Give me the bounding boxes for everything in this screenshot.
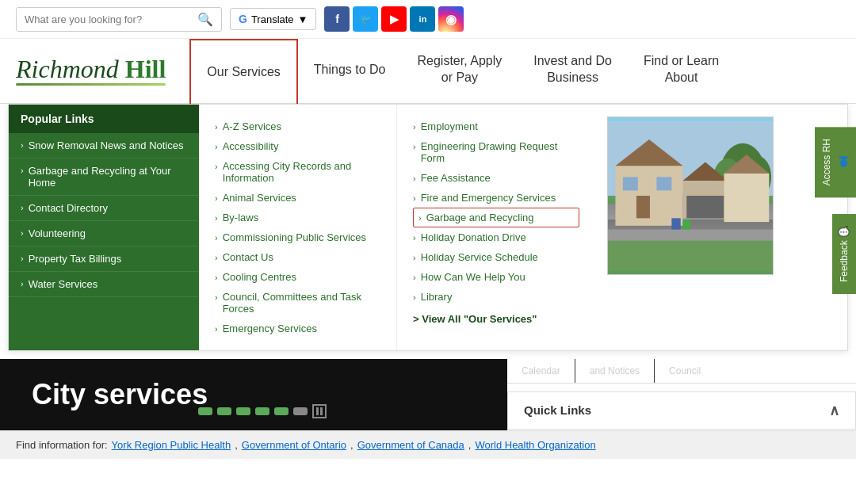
svg-rect-17 [683, 220, 690, 229]
footer-link-who[interactable]: World Health Organization [475, 439, 595, 451]
popular-link-garbage[interactable]: › Garbage and Recycling at Your Home [9, 158, 199, 196]
access-rh-tab[interactable]: Access RH 👤 [815, 127, 856, 197]
service-library[interactable]: ›Library [413, 287, 579, 307]
services-column-1: ›A-Z Services ›Accessibility ›Accessing … [199, 105, 397, 350]
arrow-icon: › [413, 233, 416, 242]
service-city-records[interactable]: ›Accessing City Records and Information [215, 156, 380, 188]
service-how-can-help[interactable]: ›How Can We Help You [413, 267, 579, 287]
popular-link-snow-removal[interactable]: › Snow Removal News and Notices [9, 133, 199, 158]
arrow-icon: › [21, 166, 24, 175]
arrow-icon: › [215, 122, 218, 132]
arrow-icon: › [215, 162, 218, 171]
arrow-icon: › [21, 254, 24, 263]
service-az[interactable]: ›A-Z Services [215, 116, 380, 136]
service-holiday-donation[interactable]: ›Holiday Donation Drive [413, 227, 579, 247]
service-employment[interactable]: ›Employment [413, 116, 579, 136]
popular-link-label: Volunteering [29, 227, 86, 239]
view-all-link[interactable]: > View All "Our Services" [413, 307, 579, 331]
arrow-icon: › [413, 292, 416, 302]
logo-hill: Hill [125, 55, 166, 83]
tab-bar: Calendar and Notices Council [507, 359, 856, 384]
right-panel: Calendar and Notices Council Quick Links… [507, 359, 856, 430]
svg-rect-15 [608, 240, 773, 270]
service-contact-us[interactable]: ›Contact Us [215, 247, 380, 267]
feedback-tab[interactable]: Feedback 💬 [832, 214, 856, 294]
nav-invest[interactable]: Invest and DoBusiness [518, 39, 628, 103]
facebook-icon[interactable]: f [324, 6, 350, 32]
carousel-dots [198, 404, 327, 418]
carousel-dot-3[interactable] [236, 407, 250, 415]
arrow-icon: › [215, 213, 218, 223]
svg-rect-6 [623, 177, 638, 190]
arrow-icon: › [215, 233, 218, 242]
arrow-icon: › [21, 279, 24, 288]
service-accessibility[interactable]: ›Accessibility [215, 136, 380, 156]
footer-link-canada[interactable]: Government of Canada [357, 439, 464, 451]
popular-link-property-tax[interactable]: › Property Tax Billings [9, 246, 199, 272]
tab-council[interactable]: Council [655, 359, 715, 383]
arrow-icon: › [21, 228, 24, 238]
header-nav: Richmond Hill Our Services Things to Do … [0, 39, 856, 104]
search-box[interactable]: 🔍 [16, 7, 222, 32]
popular-links-column: Popular Links › Snow Removal News and No… [9, 105, 199, 350]
tab-calendar[interactable]: Calendar [507, 359, 575, 383]
search-area: 🔍 G Translate ▼ f 🐦 ▶ in ◉ [16, 6, 464, 32]
logo-area[interactable]: Richmond Hill [16, 39, 189, 103]
carousel-dot-5[interactable] [274, 407, 289, 415]
arrow-icon: › [413, 253, 416, 262]
house-image-panel [595, 105, 785, 350]
service-commissioning[interactable]: ›Commissioning Public Services [215, 227, 380, 247]
arrow-icon: › [413, 193, 416, 203]
feedback-label: Feedback [839, 240, 850, 282]
service-fee-assistance[interactable]: ›Fee Assistance [413, 168, 579, 188]
pause-button[interactable] [312, 404, 327, 418]
instagram-icon[interactable]: ◉ [438, 6, 464, 32]
carousel-dot-2[interactable] [217, 407, 231, 415]
footer-link-ontario[interactable]: Government of Ontario [242, 439, 346, 451]
popular-link-water-services[interactable]: › Water Services [9, 272, 199, 297]
quick-links-header[interactable]: Quick Links ∧ [507, 391, 856, 430]
translate-button[interactable]: G Translate ▼ [230, 8, 316, 30]
service-council[interactable]: ›Council, Committees and Task Forces [215, 287, 380, 319]
popular-link-label: Contact Directory [29, 202, 108, 214]
svg-rect-12 [724, 173, 770, 221]
twitter-icon[interactable]: 🐦 [353, 6, 378, 32]
service-cooling[interactable]: ›Cooling Centres [215, 267, 380, 287]
house-svg [608, 117, 773, 274]
service-bylaws[interactable]: ›By-laws [215, 208, 380, 227]
tab-notices[interactable]: and Notices [575, 359, 655, 383]
find-info-label: Find information for: [16, 439, 108, 451]
carousel-dot-1[interactable] [198, 407, 212, 415]
nav-register[interactable]: Register, Applyor Pay [402, 39, 518, 103]
main-nav: Our Services Things to Do Register, Appl… [189, 39, 735, 103]
translate-chevron: ▼ [298, 13, 308, 25]
nav-our-services[interactable]: Our Services [189, 39, 297, 104]
svg-rect-8 [636, 196, 650, 218]
popular-link-contact-directory[interactable]: › Contact Directory [9, 196, 199, 221]
arrow-icon: › [21, 140, 24, 150]
arrow-icon: › [215, 142, 218, 151]
service-engineering-drawing[interactable]: ›Engineering Drawing Request Form [413, 136, 579, 168]
carousel-dot-4[interactable] [255, 407, 269, 415]
youtube-icon[interactable]: ▶ [381, 6, 407, 32]
arrow-icon: › [215, 292, 218, 302]
footer-bar: Find information for: York Region Public… [0, 430, 856, 459]
service-animal[interactable]: ›Animal Services [215, 188, 380, 208]
search-input[interactable] [25, 13, 197, 25]
popular-link-volunteering[interactable]: › Volunteering [9, 221, 199, 246]
arrow-icon: › [215, 253, 218, 262]
search-button[interactable]: 🔍 [197, 12, 213, 27]
translate-label: Translate [251, 13, 294, 25]
service-fire-emergency[interactable]: ›Fire and Emergency Services [413, 188, 579, 208]
carousel-dot-6[interactable] [293, 407, 308, 415]
person-icon: 👤 [839, 156, 850, 168]
footer-link-york[interactable]: York Region Public Health [112, 439, 231, 451]
service-holiday-schedule[interactable]: ›Holiday Service Schedule [413, 247, 579, 267]
linkedin-icon[interactable]: in [410, 6, 435, 32]
service-garbage-recycling[interactable]: ›Garbage and Recycling [413, 208, 579, 227]
nav-find[interactable]: Find or LearnAbout [628, 39, 735, 103]
nav-things-to-do[interactable]: Things to Do [298, 39, 402, 103]
top-bar: 🔍 G Translate ▼ f 🐦 ▶ in ◉ [0, 0, 856, 39]
arrow-icon: › [21, 203, 24, 212]
service-emergency[interactable]: ›Emergency Services [215, 319, 380, 338]
